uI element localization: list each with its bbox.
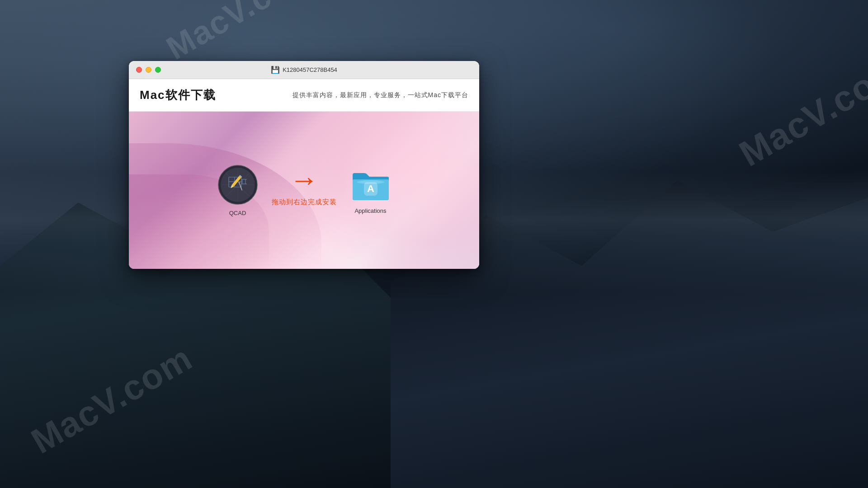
applications-folder-item: A Applications (350, 167, 391, 214)
qcad-app-item: QCAD (217, 164, 258, 216)
applications-folder-icon: A (350, 167, 391, 203)
header-title: Mac软件下载 (140, 87, 216, 103)
svg-text:A: A (367, 183, 374, 194)
maximize-button[interactable] (155, 67, 161, 73)
applications-label: Applications (354, 207, 386, 214)
window-title-area: 💾 K1280457C278B454 (271, 66, 337, 74)
qcad-label: QCAD (229, 210, 246, 216)
header-subtitle: 提供丰富内容，最新应用，专业服务，一站式Mac下载平台 (292, 91, 468, 99)
header-banner: Mac软件下载 提供丰富内容，最新应用，专业服务，一站式Mac下载平台 (129, 79, 479, 112)
window-content: Mac软件下载 提供丰富内容，最新应用，专业服务，一站式Mac下载平台 (129, 79, 479, 269)
title-bar: 💾 K1280457C278B454 (129, 61, 479, 79)
arrow-section: → 拖动到右边完成安装 (258, 165, 350, 206)
traffic-lights (136, 67, 161, 73)
window-title: K1280457C278B454 (283, 66, 337, 73)
mac-window: 💾 K1280457C278B454 Mac软件下载 提供丰富内容，最新应用，专… (129, 61, 479, 269)
qcad-icon (217, 164, 258, 205)
close-button[interactable] (136, 67, 142, 73)
svg-line-16 (231, 188, 231, 188)
desktop: MacV.com MacV.com MacV.com 💾 K1280457C27… (0, 0, 868, 488)
svg-point-24 (357, 180, 384, 184)
disk-icon: 💾 (271, 66, 280, 74)
minimize-button[interactable] (146, 67, 151, 73)
drag-label: 拖动到右边完成安装 (272, 198, 337, 206)
install-area: QCAD → 拖动到右边完成安装 (129, 112, 479, 269)
install-content: QCAD → 拖动到右边完成安装 (129, 112, 479, 269)
drag-arrow-icon: → (290, 165, 319, 194)
